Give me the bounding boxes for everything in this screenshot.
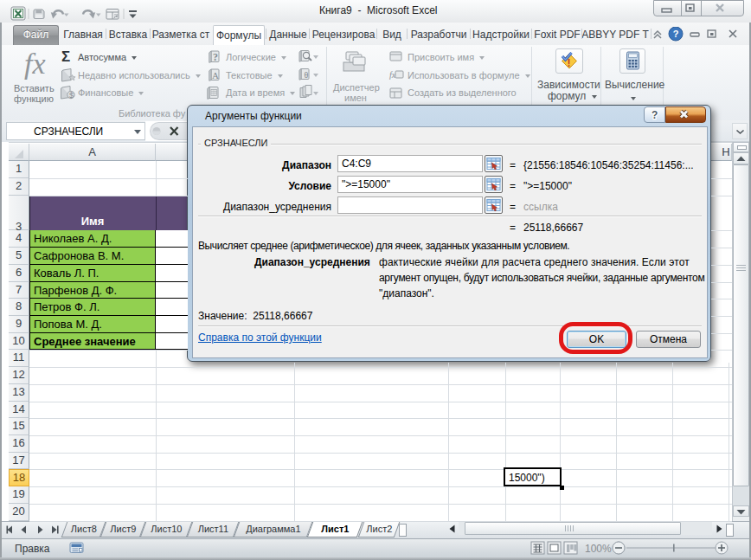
svg-text:fx: fx — [24, 48, 46, 80]
svg-text:?: ? — [652, 109, 658, 121]
svg-text:А: А — [212, 70, 219, 80]
svg-text:θ: θ — [305, 70, 309, 80]
svg-text:?: ? — [213, 51, 218, 63]
svg-text:?: ? — [673, 29, 679, 39]
svg-text:$: $ — [69, 91, 74, 100]
